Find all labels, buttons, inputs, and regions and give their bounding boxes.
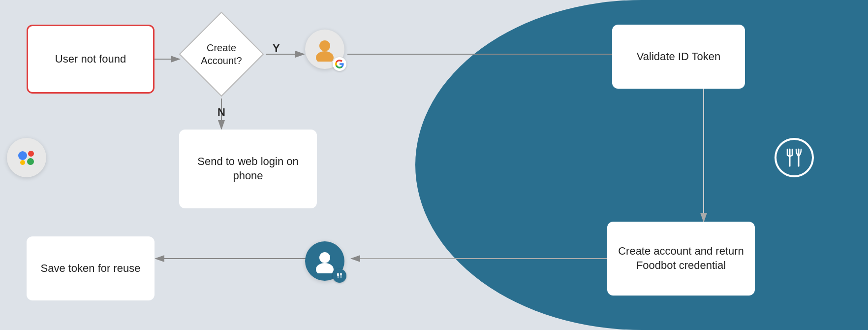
svg-point-11: [316, 51, 334, 62]
svg-marker-9: [180, 12, 263, 96]
svg-point-10: [319, 40, 330, 51]
send-to-web-box: Send to web login on phone: [179, 130, 317, 208]
diagram-container: User not found CreateAccount? Y N: [0, 0, 868, 330]
google-badge: [333, 57, 346, 71]
foodbot-badge: [333, 269, 346, 283]
create-account-box: Create account and return Foodbot creden…: [607, 222, 755, 296]
svg-point-13: [316, 263, 334, 273]
save-token-box: Save token for reuse: [27, 236, 155, 300]
google-assistant-icon: [7, 138, 46, 177]
google-avatar: [305, 30, 344, 69]
create-account-diamond: CreateAccount?: [177, 10, 266, 99]
foodbot-circle-icon: [775, 138, 814, 177]
svg-point-20: [27, 158, 34, 165]
svg-point-17: [18, 151, 27, 160]
validate-id-box: Validate ID Token: [612, 25, 745, 89]
svg-point-12: [319, 252, 330, 263]
foodbot-avatar: [305, 241, 344, 281]
yes-label: Y: [273, 42, 280, 55]
svg-point-19: [20, 160, 25, 165]
user-not-found-box: User not found: [27, 25, 155, 94]
svg-point-18: [28, 151, 34, 157]
no-label: N: [217, 106, 225, 119]
